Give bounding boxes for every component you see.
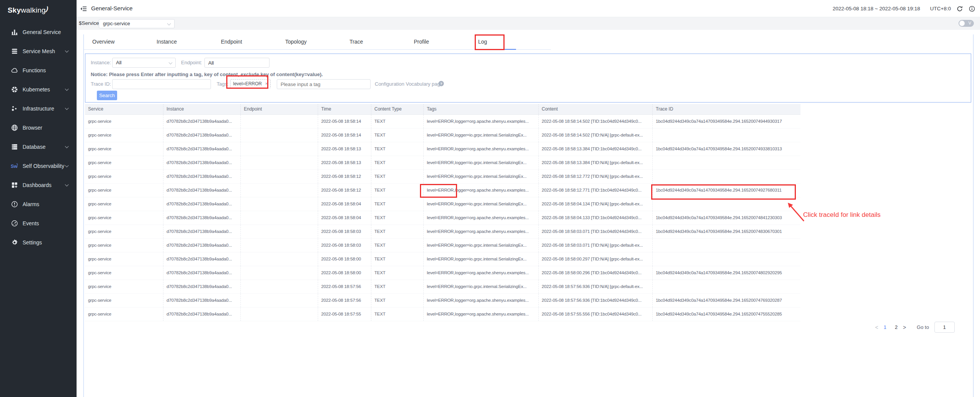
cell-trace-id: [652, 239, 800, 252]
timezone[interactable]: UTC+8:0: [930, 6, 951, 11]
cell-endpoint: [240, 197, 318, 211]
service-select[interactable]: grpc-service: [99, 19, 175, 28]
goto-page-input[interactable]: [934, 322, 955, 333]
log-filter-panel: Instance: All Endpoint: Notice: Please p…: [85, 54, 971, 103]
cell-endpoint: [240, 266, 318, 280]
vocabulary-link[interactable]: Configuration Vocabulary page: [375, 81, 443, 87]
filter-notice: Notice: Please press Enter after inputti…: [91, 72, 323, 77]
svg-text:?: ?: [440, 82, 443, 86]
instance-select[interactable]: All: [112, 58, 176, 68]
sidebar-item-infrastructure[interactable]: Infrastructure: [0, 99, 77, 118]
tab-profile[interactable]: Profile: [414, 34, 478, 49]
cell-trace-id[interactable]: 1bc04d9244d349c0a74a14709349584e.294.165…: [652, 294, 800, 307]
cell-content: 2022-05-08 18:58:14.502 [TID:N/A] [grpc-…: [538, 129, 652, 142]
cell-content-type: TEXT: [371, 170, 423, 183]
table-row: grpc-serviced70782b8c2d347138b9a4aada0..…: [85, 211, 800, 225]
page-number-2[interactable]: 2: [895, 324, 897, 330]
trace-id-label: Trace ID:: [91, 81, 111, 87]
sidebar-item-self-observability[interactable]: SwSelf Observability: [0, 156, 77, 176]
cell-instance: d70782b8c2d347138b9a4aada0...: [163, 156, 240, 169]
cell-content: 2022-05-08 18:57:55.556 [TID:1bc04d9244d…: [538, 308, 652, 321]
cell-trace-id: [652, 252, 800, 266]
sidebar-item-database[interactable]: Database: [0, 137, 77, 156]
alarm-icon: [11, 200, 18, 208]
search-button[interactable]: Search: [97, 91, 117, 100]
cell-trace-id[interactable]: 1bc04d9244d349c0a74a14709349584e.294.165…: [652, 211, 800, 225]
prev-page-icon[interactable]: <: [875, 324, 878, 330]
tag-input[interactable]: [277, 79, 371, 89]
sidebar-item-service-mesh[interactable]: Service Mesh: [0, 42, 77, 61]
close-icon[interactable]: ×: [265, 81, 268, 86]
sidebar-item-label: Database: [23, 144, 46, 150]
cell-time: 2022-05-08 18:58:04: [318, 211, 371, 225]
cell-trace-id[interactable]: 1bc04d9244d349c0a74a14709349584e.294.165…: [652, 266, 800, 280]
sidebar-item-label: General Service: [23, 29, 61, 35]
cell-trace-id: [652, 170, 800, 183]
cell-service: grpc-service: [85, 239, 163, 252]
cell-trace-id[interactable]: 1bc04d9244d349c0a74a14709349584e.294.165…: [652, 225, 800, 238]
sidebar-item-alarms[interactable]: Alarms: [0, 195, 77, 214]
tab-topology[interactable]: Topology: [285, 34, 350, 49]
tags-label: Tags:: [217, 81, 229, 87]
cell-tags: level=ERROR,logger=io.grpc.internal.Seri…: [423, 280, 538, 293]
endpoint-input[interactable]: [204, 58, 270, 68]
cell-instance: d70782b8c2d347138b9a4aada0...: [163, 211, 240, 225]
cell-time: 2022-05-08 18:58:03: [318, 239, 371, 252]
sidebar-item-kubernetes[interactable]: Kubernetes: [0, 80, 77, 99]
cell-time: 2022-05-08 18:58:04: [318, 197, 371, 211]
globe-icon: [11, 124, 18, 132]
page-number-1[interactable]: 1: [884, 324, 886, 330]
sidebar-item-dashboards[interactable]: Dashboards: [0, 176, 77, 195]
column-header-content: Content: [538, 104, 652, 114]
svg-text:Sw: Sw: [11, 164, 18, 169]
cell-endpoint: [240, 156, 318, 169]
tag-chip[interactable]: level=ERROR ×: [230, 79, 271, 88]
cell-service: grpc-service: [85, 266, 163, 280]
auto-refresh-toggle[interactable]: V: [959, 20, 974, 27]
skywalking-logo: Skywalking): [8, 6, 48, 15]
cell-tags: level=ERROR,logger=org.apache.shenyu.exa…: [423, 211, 538, 225]
cell-tags: level=ERROR,logger=io.grpc.internal.Seri…: [423, 197, 538, 211]
help-icon[interactable]: ?: [438, 80, 444, 87]
cell-content: 2022-05-08 18:57:56.936 [TID:N/A] [grpc-…: [538, 280, 652, 293]
tab-overview[interactable]: Overview: [92, 34, 157, 49]
sidebar-item-functions[interactable]: Functions: [0, 61, 77, 80]
cell-trace-id[interactable]: 1bc04d9244d349c0a74a14709349584e.294.165…: [652, 184, 800, 197]
sidebar-item-settings[interactable]: Settings: [0, 233, 77, 252]
tab-trace[interactable]: Trace: [350, 34, 414, 49]
table-row: grpc-serviced70782b8c2d347138b9a4aada0..…: [85, 129, 800, 142]
refresh-icon[interactable]: [956, 5, 963, 12]
time-range[interactable]: 2022-05-08 18:18 ~ 2022-05-08 19:18: [833, 6, 920, 11]
table-row: grpc-serviced70782b8c2d347138b9a4aada0..…: [85, 280, 800, 294]
tab-endpoint[interactable]: Endpoint: [221, 34, 285, 49]
cell-trace-id: [652, 197, 800, 211]
cell-trace-id[interactable]: 1bc04d9244d349c0a74a14709349584e.294.165…: [652, 115, 800, 128]
cell-content: 2022-05-08 18:58:04.133 [TID:1bc04d9244d…: [538, 211, 652, 225]
chevron-down-icon: [65, 49, 69, 53]
sidebar-item-label: Infrastructure: [23, 106, 54, 112]
cell-instance: d70782b8c2d347138b9a4aada0...: [163, 170, 240, 183]
cell-content-type: TEXT: [371, 211, 423, 225]
sidebar-item-general-service[interactable]: General Service: [0, 23, 77, 42]
sidebar-item-browser[interactable]: Browser: [0, 118, 77, 137]
cell-instance: d70782b8c2d347138b9a4aada0...: [163, 308, 240, 321]
cell-content-type: TEXT: [371, 129, 423, 142]
chevron-down-icon: [65, 183, 69, 187]
next-page-icon[interactable]: >: [903, 324, 906, 330]
info-icon[interactable]: [969, 5, 975, 12]
cell-endpoint: [240, 225, 318, 238]
tab-log[interactable]: Log: [478, 34, 542, 49]
trace-id-input[interactable]: [112, 79, 211, 89]
cell-content-type: TEXT: [371, 252, 423, 266]
tab-instance[interactable]: Instance: [157, 34, 221, 49]
table-row: grpc-serviced70782b8c2d347138b9a4aada0..…: [85, 225, 800, 239]
cell-trace-id[interactable]: 1bc04d9244d349c0a74a14709349584e.294.165…: [652, 308, 800, 321]
service-variable-label: $Service: [79, 20, 99, 26]
cell-endpoint: [240, 294, 318, 307]
sidebar-item-events[interactable]: Events: [0, 214, 77, 233]
table-row: grpc-serviced70782b8c2d347138b9a4aada0..…: [85, 294, 800, 308]
chevron-down-icon: [65, 87, 69, 91]
cell-trace-id[interactable]: 1bc04d9244d349c0a74a14709349584e.294.165…: [652, 142, 800, 156]
cell-time: 2022-05-08 18:57:56: [318, 294, 371, 307]
sidebar-fold-icon[interactable]: [80, 5, 87, 13]
